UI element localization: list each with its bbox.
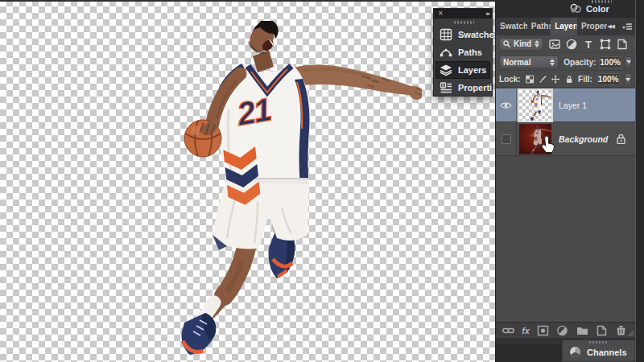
panel-tab-bar: Swatche Paths Layers Properti ◀◀ [496,18,635,35]
layer-thumbnail[interactable] [519,90,551,121]
dock-edge-strip [635,0,644,362]
expand-panel-icon[interactable]: ▸▸ [486,9,489,19]
panel-item-label: Swatches [458,30,499,39]
floating-icon-panel: ✕ ▸▸ Swatches Paths [433,8,493,97]
color-tab-label: Color [586,4,609,14]
chevron-down-icon [626,60,631,64]
layers-panel-footer: fx [496,322,635,338]
panel-item-swatches[interactable]: Swatches [436,26,490,43]
layers-list: Layer 1 Background [496,88,635,322]
layer-name[interactable]: Background [559,134,608,144]
opacity-label: Opacity: [564,58,596,67]
filter-type-layers-icon[interactable]: T [583,39,594,50]
layers-panel-body: Kind T [496,35,635,322]
filtering-toggle[interactable] [634,39,635,50]
tab-properties[interactable]: Properti [577,18,607,35]
filter-shape-layers-icon[interactable] [600,39,611,50]
layer-name[interactable]: Layer 1 [559,101,587,110]
add-layer-mask-icon[interactable] [537,325,549,336]
tab-layers[interactable]: Layers [551,18,577,35]
layers-icon [440,64,452,76]
right-dock: Color Swatche Paths Layers Properti ◀◀ [495,0,644,362]
layer-effects-fx-button[interactable]: fx [522,325,530,336]
player-image [180,21,422,359]
collapse-panels-icon[interactable]: ◀◀ [607,23,614,30]
visibility-toggle[interactable] [496,88,517,121]
tab-paths[interactable]: Paths [527,18,551,35]
filter-smart-objects-icon[interactable] [617,39,628,50]
lock-transparency-icon[interactable] [526,74,534,84]
lock-position-move-icon[interactable] [551,74,559,84]
eye-icon [500,101,512,109]
panel-resize-grip[interactable] [627,330,634,337]
fill-label: Fill: [578,75,592,84]
blend-row: Normal Opacity: 100% [496,54,635,71]
collapsed-channels-group[interactable]: Channels [562,339,635,362]
filter-adjustment-layers-icon[interactable] [566,39,577,50]
new-layer-icon[interactable] [596,325,608,336]
lock-row: Lock: Fill: 1 [496,72,635,88]
swatches-icon [440,28,452,41]
fill-value[interactable]: 100% [597,73,620,85]
tab-color[interactable]: Color [570,3,609,14]
close-icon[interactable]: ✕ [438,9,444,19]
panel-item-properties[interactable]: Properti… [436,79,490,97]
opacity-value[interactable]: 100% [599,56,621,68]
layer-row-background[interactable]: Background [496,122,635,156]
lock-pixels-brush-icon[interactable] [539,74,547,84]
blend-mode-value: Normal [503,58,530,67]
kind-filter-label: Kind [514,39,531,48]
dropdown-arrows-icon [535,40,539,47]
link-layers-icon[interactable] [502,325,514,336]
background-thumb-art [519,124,551,154]
channels-icon [569,346,581,358]
blend-mode-dropdown[interactable]: Normal [499,56,559,68]
layer-locked-icon [617,134,625,144]
visibility-toggle[interactable] [496,122,517,155]
photoshop-window: ✕ ▸▸ Swatches Paths [0,0,644,362]
panel-menu-icon[interactable] [621,22,633,31]
visibility-off-checkbox [502,134,511,144]
channels-tab-label: Channels [587,348,627,357]
tab-swatches[interactable]: Swatche [496,18,527,35]
floating-panel-header[interactable]: ✕ ▸▸ [434,9,492,19]
layer-filter-row: Kind T [496,35,635,53]
filter-pixel-layers-icon[interactable] [549,39,560,50]
color-panel-icon [570,3,581,14]
panel-item-label: Paths [458,47,482,57]
new-adjustment-layer-icon[interactable] [556,325,568,336]
panel-item-layers[interactable]: Layers [436,61,490,79]
panel-item-label: Layers [458,65,486,75]
lock-label: Lock: [499,75,521,84]
search-icon [503,40,510,47]
paths-icon [440,46,452,59]
channels-grip[interactable] [588,341,608,343]
panel-grip[interactable] [453,21,474,24]
layer-thumbnail[interactable] [519,124,551,154]
fill-dropdown-button[interactable] [625,73,632,85]
panel-item-paths[interactable]: Paths [436,43,490,61]
new-group-folder-icon[interactable] [576,325,588,336]
properties-icon [440,81,452,94]
svg-text:T: T [585,39,592,50]
layer1-thumb-art [519,90,551,121]
collapsed-color-group: Color [496,0,635,18]
kind-filter-dropdown[interactable]: Kind [499,38,543,51]
layer-row-layer1[interactable]: Layer 1 [496,88,635,122]
dropdown-arrows-icon [550,59,555,66]
chevron-down-icon [625,78,630,81]
tabbar-separator [617,22,618,31]
lock-all-icon[interactable] [565,74,573,84]
opacity-dropdown-button[interactable] [625,56,632,68]
delete-layer-trash-icon[interactable] [615,325,627,336]
